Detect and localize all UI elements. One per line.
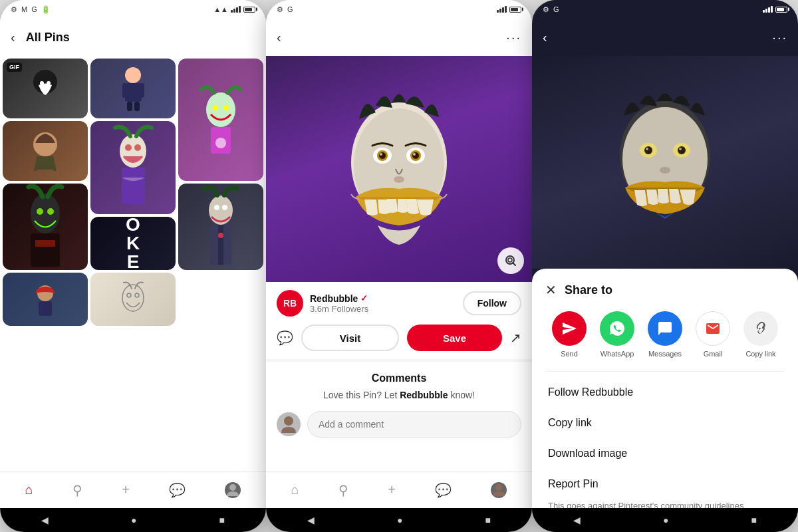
home-icon-2: ⌂ xyxy=(291,482,299,497)
google-icon-3: G xyxy=(553,5,559,13)
share-icon[interactable]: ↗ xyxy=(510,330,521,346)
pin-detail-header: ‹ ··· xyxy=(266,19,532,56)
gear-icon-2: ⚙ xyxy=(277,5,283,14)
svg-rect-33 xyxy=(39,301,52,316)
plus-icon: + xyxy=(122,482,130,497)
close-share-button[interactable]: ✕ xyxy=(545,282,557,298)
svg-point-46 xyxy=(380,153,382,156)
nav-chat-2[interactable]: 💬 xyxy=(435,482,452,498)
back-android-2[interactable]: ◀ xyxy=(307,515,315,525)
whatsapp-icon xyxy=(600,311,634,346)
nav-add-2[interactable]: + xyxy=(388,482,396,497)
search-icon: ⚲ xyxy=(72,482,82,498)
pin-item-sylvester[interactable] xyxy=(3,121,88,181)
pin-actions: 💬 Visit Save ↗ xyxy=(266,317,532,359)
copy-link-button[interactable]: Copy link xyxy=(545,408,785,438)
nav-home-2[interactable]: ⌂ xyxy=(291,482,299,497)
pin-item-joker-text[interactable]: JOKER xyxy=(90,217,176,270)
save-button[interactable]: Save xyxy=(407,325,502,351)
whatsapp-label: WhatsApp xyxy=(600,350,634,358)
joker-dark-art xyxy=(598,89,732,235)
pin-item-sketch[interactable] xyxy=(90,273,176,326)
send-label: Send xyxy=(561,350,578,358)
svg-point-36 xyxy=(135,293,139,297)
svg-point-61 xyxy=(679,148,682,150)
nav-home[interactable]: ⌂ xyxy=(25,482,33,497)
comment-input[interactable] xyxy=(307,411,521,438)
back-android[interactable]: ◀ xyxy=(41,515,49,525)
page-title: All Pins xyxy=(26,31,70,45)
square-android[interactable]: ■ xyxy=(219,515,225,525)
share-app-copylink[interactable]: Copy link xyxy=(737,311,785,358)
svg-point-24 xyxy=(47,208,54,215)
plus-icon-2: + xyxy=(388,482,396,497)
nav-profile[interactable] xyxy=(225,482,241,498)
status-bar-2: ⚙ G xyxy=(266,0,532,19)
joker-text-art: JOKER xyxy=(126,217,140,270)
share-app-send[interactable]: Send xyxy=(545,311,593,358)
svg-rect-5 xyxy=(122,83,128,98)
nav-chat[interactable]: 💬 xyxy=(169,482,186,498)
pins-grid: GIF xyxy=(0,56,266,471)
pin-item-dark-joker[interactable] xyxy=(3,184,88,270)
back-button[interactable]: ‹ xyxy=(11,30,15,45)
svg-rect-30 xyxy=(218,225,223,265)
pin-item-joker-suit[interactable] xyxy=(178,184,263,270)
pin-image: GIF xyxy=(3,59,88,118)
home-android-2[interactable]: ● xyxy=(397,515,402,525)
back-button-3[interactable]: ‹ xyxy=(543,30,547,45)
google-icon-2: G xyxy=(287,5,293,13)
nav-search-2[interactable]: ⚲ xyxy=(338,482,348,498)
comment-icon[interactable]: 💬 xyxy=(277,330,293,346)
svg-point-10 xyxy=(213,105,218,110)
creator-followers: 3.6m Followers xyxy=(310,304,456,314)
search-icon-2: ⚲ xyxy=(338,482,348,498)
follow-redbubble-button[interactable]: Follow Redbubble xyxy=(545,377,785,408)
pin-item-joker-cartoon[interactable] xyxy=(178,59,263,181)
svg-point-48 xyxy=(394,176,404,183)
pin-dark-image xyxy=(532,56,798,269)
android-bar-2: ◀ ● ■ xyxy=(266,508,532,532)
lens-button[interactable] xyxy=(497,247,524,274)
pin-item-chibi[interactable] xyxy=(90,59,176,118)
chat-icon: 💬 xyxy=(169,482,186,498)
pin-image xyxy=(90,121,176,214)
home-android-3[interactable]: ● xyxy=(663,515,668,525)
svg-point-59 xyxy=(678,146,686,154)
back-android-3[interactable]: ◀ xyxy=(573,515,581,525)
status-icons-right-3 xyxy=(763,6,787,13)
user-avatar-img xyxy=(279,414,299,434)
svg-point-27 xyxy=(214,205,219,210)
report-pin-button[interactable]: Report Pin xyxy=(545,469,785,499)
dark-joker-art xyxy=(25,184,65,270)
square-android-2[interactable]: ■ xyxy=(485,515,491,525)
nav-search[interactable]: ⚲ xyxy=(72,482,82,498)
pin-image xyxy=(178,59,263,181)
more-button-2[interactable]: ··· xyxy=(506,30,521,45)
back-button-2[interactable]: ‹ xyxy=(277,30,281,45)
pin-item-joker-clown[interactable] xyxy=(90,121,176,214)
share-app-whatsapp[interactable]: WhatsApp xyxy=(593,311,641,358)
svg-point-45 xyxy=(412,152,419,159)
home-android[interactable]: ● xyxy=(131,515,136,525)
more-button-3[interactable]: ··· xyxy=(772,30,787,45)
share-app-gmail[interactable]: Gmail xyxy=(689,311,737,358)
nav-add[interactable]: + xyxy=(122,482,130,497)
square-android-3[interactable]: ■ xyxy=(751,515,757,525)
android-bar-3: ◀ ● ■ xyxy=(532,508,798,532)
share-app-messages[interactable]: Messages xyxy=(641,311,689,358)
follow-button[interactable]: Follow xyxy=(463,291,521,315)
comments-prompt: Love this Pin? Let Redbubble know! xyxy=(277,390,521,400)
nav-profile-2[interactable] xyxy=(491,482,507,498)
pin-item-baseball[interactable] xyxy=(3,273,88,326)
svg-point-11 xyxy=(223,105,229,110)
download-image-button[interactable]: Download image xyxy=(545,438,785,469)
status-icons-left-2: ⚙ G xyxy=(277,5,293,14)
creator-avatar: RB xyxy=(277,290,303,317)
visit-button[interactable]: Visit xyxy=(301,325,399,351)
pin-image: JOKER xyxy=(90,217,176,270)
gear-icon-3: ⚙ xyxy=(543,5,549,14)
chat-icon-2: 💬 xyxy=(435,482,452,498)
pin-item-punisher[interactable]: GIF xyxy=(3,59,88,118)
status-icons-left-3: ⚙ G xyxy=(543,5,559,14)
